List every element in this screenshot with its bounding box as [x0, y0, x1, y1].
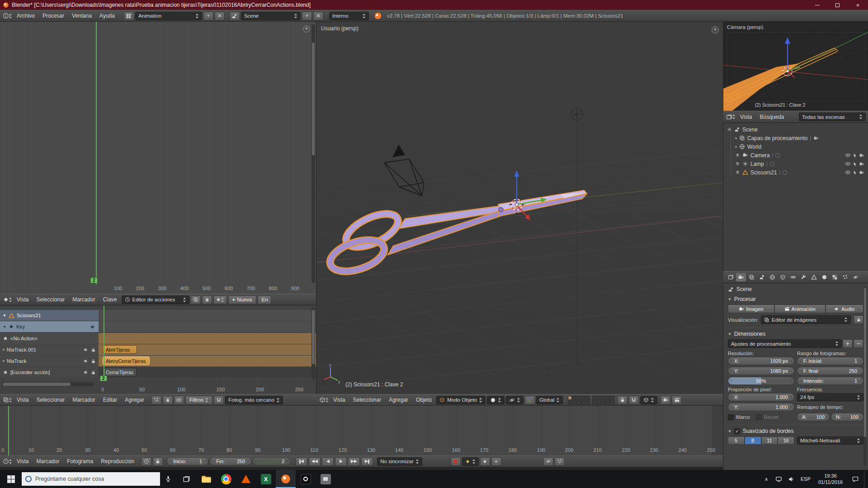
opengl-render-icon[interactable]: [660, 396, 670, 404]
dope-scrollbar[interactable]: [311, 24, 315, 283]
nla-channel-row[interactable]: <No Action>: [0, 333, 316, 344]
editor-type-icon[interactable]: [319, 396, 329, 404]
jump-end-button[interactable]: [361, 457, 373, 466]
chrome-icon[interactable]: [216, 470, 236, 488]
menu-ayuda[interactable]: Ayuda: [96, 12, 118, 20]
keying-set-select[interactable]: [462, 457, 479, 466]
menu-fotograma[interactable]: Fotograma: [64, 457, 96, 465]
editor-type-icon[interactable]: [2, 457, 12, 466]
language-indicator[interactable]: ESP: [798, 470, 813, 488]
aa-samples-5[interactable]: 5: [728, 436, 745, 445]
region-expand-icon[interactable]: +: [712, 26, 719, 33]
frame-end-field[interactable]: F. final:250: [797, 367, 863, 375]
excel-icon[interactable]: X: [256, 470, 276, 488]
next-keyframe-button[interactable]: [348, 457, 360, 466]
menu-vista[interactable]: Vista: [14, 457, 32, 465]
menu-busqueda[interactable]: Búsqueda: [756, 113, 787, 121]
sync-select[interactable]: No sincronizar: [377, 457, 422, 466]
opengl-render-anim-icon[interactable]: [672, 396, 682, 404]
current-frame-line[interactable]: [8, 406, 9, 455]
insert-keyframe-icon[interactable]: [480, 457, 490, 466]
maximize-button[interactable]: [827, 0, 848, 10]
resolution-percentage-slider[interactable]: 50%: [728, 377, 794, 385]
start-button[interactable]: [0, 470, 22, 488]
cortana-search-box[interactable]: [22, 472, 160, 486]
renderable-camera-icon[interactable]: [859, 153, 864, 158]
nla-track-row[interactable]: NlaTrack AbriryCerrarTijeras: [0, 356, 316, 366]
add-preset-button[interactable]: +: [843, 339, 853, 348]
remap-new-field[interactable]: N:100: [831, 413, 863, 421]
tab-scene-icon[interactable]: [757, 273, 767, 282]
lock-icon[interactable]: [91, 347, 96, 352]
outliner-display-select[interactable]: Todas las escenas: [799, 113, 866, 121]
task-view-button[interactable]: [176, 470, 196, 488]
expand-icon[interactable]: +: [735, 161, 740, 166]
truncated-button[interactable]: En: [258, 296, 271, 304]
network-icon[interactable]: [773, 470, 784, 488]
editor-type-icon[interactable]: [726, 113, 736, 121]
magnet-icon[interactable]: [214, 396, 224, 404]
antialiasing-checkbox[interactable]: ✓: [734, 428, 740, 434]
editor-type-icon[interactable]: [726, 273, 736, 282]
pivot-select[interactable]: [506, 396, 524, 404]
crop-checkbox[interactable]: [756, 414, 762, 420]
filter-ghost-icon[interactable]: [163, 396, 173, 404]
remove-preset-button[interactable]: −: [854, 339, 863, 348]
screen-layout-select[interactable]: Animation: [135, 12, 202, 20]
menu-marcador[interactable]: Marcador: [69, 396, 99, 404]
menu-vista[interactable]: Vista: [330, 396, 348, 404]
aa-samples-8[interactable]: 8: [745, 436, 761, 445]
lock-icon[interactable]: [91, 359, 96, 364]
aa-samples-16[interactable]: 16: [778, 436, 794, 445]
minimize-button[interactable]: [807, 0, 827, 10]
dope-mode-select[interactable]: Editor de acciones: [122, 296, 189, 304]
aspect-y-field[interactable]: Y:1.000: [728, 403, 794, 411]
tab-data-icon[interactable]: [809, 273, 819, 282]
properties-scrollbar[interactable]: [863, 287, 867, 466]
eye-icon[interactable]: [845, 161, 851, 167]
tab-render-icon[interactable]: [736, 273, 746, 282]
current-frame-field[interactable]: 2: [253, 457, 291, 465]
mode-select[interactable]: Modo Objeto: [436, 396, 486, 404]
snap-mode-select[interactable]: Fotog. más cercano: [225, 396, 283, 404]
border-checkbox[interactable]: [728, 414, 734, 420]
tab-render-layers-icon[interactable]: [746, 273, 756, 282]
menu-seleccionar[interactable]: Seleccionar: [349, 396, 384, 404]
panel-render[interactable]: ▼Procesar: [728, 296, 863, 302]
panel-antialiasing[interactable]: ▼✓Suavizado de bordes: [728, 425, 863, 434]
lock-icon[interactable]: [91, 370, 96, 375]
nla-strip-abrircerrar[interactable]: AbriryCerrarTijeras: [103, 357, 150, 365]
mute-speaker-icon[interactable]: [83, 370, 89, 375]
menu-agregar[interactable]: Agregar: [386, 396, 411, 404]
outliner-item-scissors21[interactable]: + Scissors21 |: [723, 168, 868, 177]
menu-marcador[interactable]: Marcador: [33, 457, 62, 465]
scene-browse-icon[interactable]: [230, 12, 240, 20]
render-audio-button[interactable]: Audio: [826, 305, 863, 313]
renderable-camera-icon[interactable]: [859, 170, 864, 175]
mute-speaker-icon[interactable]: [83, 358, 89, 364]
clock[interactable]: 19:36 01/11/2016: [814, 470, 847, 488]
tab-particles-icon[interactable]: [840, 273, 850, 282]
menu-vista[interactable]: Vista: [14, 396, 32, 404]
menu-archivo[interactable]: Archivo: [14, 12, 38, 20]
render-engine-select[interactable]: Interno: [329, 12, 369, 20]
menu-agregar[interactable]: Agregar: [122, 396, 147, 404]
outliner-item-scene[interactable]: − Scene: [723, 125, 868, 134]
frame-start-field[interactable]: Inicio:1: [167, 457, 208, 465]
summary-toggle-icon[interactable]: [191, 296, 201, 304]
action-center-icon[interactable]: [848, 470, 863, 488]
record-button[interactable]: [451, 457, 461, 466]
new-action-button[interactable]: +Nueva: [228, 296, 256, 304]
selectable-cursor-icon[interactable]: [852, 170, 858, 175]
dope-sheet-editor[interactable]: 2 100 200 300 400 500 600 700 800 900 +: [0, 22, 316, 294]
nla-track-row[interactable]: NlaTrack.001 AbrirTijeras: [0, 344, 316, 355]
nla-strip-cerrar[interactable]: CerrarTijeras: [103, 368, 137, 376]
vlc-icon[interactable]: [236, 470, 256, 488]
expand-icon[interactable]: +: [735, 170, 740, 175]
add-layout-button[interactable]: +: [203, 12, 213, 20]
options-icon[interactable]: [555, 457, 565, 466]
outliner-item-renderlayers[interactable]: Capas de procesamiento |: [723, 134, 868, 142]
blender-taskbar-icon[interactable]: [276, 470, 296, 488]
file-explorer-icon[interactable]: [196, 470, 216, 488]
frame-end-field[interactable]: Fin:250: [210, 457, 251, 465]
